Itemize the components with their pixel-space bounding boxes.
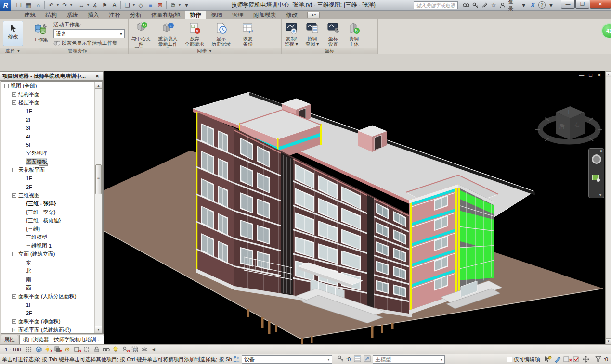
tree-item-label[interactable]: 三维视图 [18, 192, 39, 199]
status-workset-dropdown[interactable]: 设备 ▼ [242, 355, 332, 364]
tree-item-label[interactable]: 2F [26, 310, 32, 316]
ribbon-tab-建筑[interactable]: 建筑 [19, 11, 40, 19]
tree-item-label[interactable]: 天花板平面 [18, 166, 45, 174]
text-icon[interactable]: A [109, 1, 119, 10]
revit-application-menu[interactable]: R [0, 0, 11, 11]
tree-item-label[interactable]: {三维 - 张洋} [26, 200, 56, 207]
filter-icon[interactable] [595, 355, 603, 363]
ribbon-tab-体量和场地[interactable]: 体量和场地 [146, 11, 185, 19]
editing-requests-icon[interactable] [544, 355, 552, 363]
help-search-input[interactable]: 键入关键字或短语 [414, 1, 458, 9]
tag-by-category-icon[interactable]: ⚑ [100, 1, 109, 10]
tree-item-5F[interactable]: 5F [1, 141, 95, 150]
tree-item-1F[interactable]: 1F [1, 175, 95, 183]
tree-item-label[interactable]: 4F [26, 134, 32, 139]
window-close-button[interactable]: ✕ [590, 0, 611, 9]
panel-tab-project-browser[interactable]: 项目浏览器 - 技师学院机电培训... [19, 335, 104, 344]
close-hidden-windows-icon[interactable]: ⊠ [155, 1, 165, 10]
tree-item-label[interactable]: 1F [26, 302, 32, 308]
tree-item-label[interactable]: {三维 - 李朵} [26, 209, 55, 216]
worksharing-display-icon[interactable]: ✕ [121, 346, 130, 353]
expand-icon[interactable]: + [12, 328, 16, 332]
tree-item-面积平面 (总建筑面积)[interactable]: +面积平面 (总建筑面积) [1, 326, 95, 334]
design-options-icon[interactable] [364, 355, 372, 363]
viewcube[interactable]: 上 后 右 [534, 98, 602, 155]
editing-requests-icon[interactable] [337, 355, 346, 363]
tree-item-三维模型[interactable]: 三维模型 [1, 233, 95, 242]
collapse-left-icon[interactable]: ◀ [152, 347, 155, 351]
view-minimize-button[interactable]: — [579, 72, 584, 78]
undo-dropdown[interactable]: ▼ [56, 3, 60, 7]
tree-item-label[interactable]: 北 [26, 267, 31, 275]
open-icon[interactable]: ❒ [14, 1, 24, 10]
ribbon-collapse-button[interactable]: ▲▾ [307, 12, 320, 18]
redo-dropdown[interactable]: ▼ [69, 3, 73, 7]
measure-dropdown[interactable]: ▼ [86, 3, 90, 7]
active-workset-dropdown[interactable]: 设备 ▼ [53, 29, 125, 38]
ribbon-tab-分析[interactable]: 分析 [125, 11, 146, 19]
visual-style-icon[interactable] [35, 346, 43, 353]
worksets-status-icon[interactable] [553, 355, 562, 363]
close-icon[interactable]: ✕ [599, 149, 603, 153]
view-scale[interactable]: 1 : 100 [5, 347, 21, 352]
tree-item-视图 (全部)[interactable]: −视图 (全部) [1, 82, 95, 90]
crop-view-icon[interactable]: ✕ [73, 346, 82, 353]
tree-item-西[interactable]: 西 [1, 284, 95, 292]
default-3d-view-dropdown[interactable]: ▼ [132, 3, 136, 7]
window-restore-button[interactable]: ❐ [575, 0, 589, 9]
tree-item-屋面楼板[interactable]: 屋面楼板 [1, 158, 95, 166]
tree-item-{三维 - 李朵}[interactable]: {三维 - 李朵} [1, 208, 95, 217]
重新载入最新工作集-button[interactable]: ↓ 重新载入最新工作集 [156, 20, 180, 47]
show-crop-icon[interactable] [83, 346, 91, 353]
tree-item-3F[interactable]: 3F [1, 124, 95, 133]
communication-center-icon[interactable] [480, 1, 489, 10]
tree-item-三维视图 1[interactable]: 三维视图 1 [1, 242, 95, 251]
sync-with-central-icon[interactable]: ⌂ [33, 1, 43, 10]
tree-item-label[interactable]: 面积平面 (人防分区面积) [18, 293, 76, 300]
reveal-hidden-icon[interactable] [112, 346, 120, 353]
save-icon[interactable]: ▦ [24, 1, 33, 10]
tree-item-label[interactable]: {三维 - 杨雨迪} [26, 217, 61, 224]
expand-icon[interactable]: + [12, 92, 16, 97]
select-move-icon[interactable] [582, 355, 591, 363]
subscription-key-icon[interactable] [471, 1, 480, 10]
ribbon-tab-结构[interactable]: 结构 [40, 11, 62, 19]
chevron-down-icon[interactable]: ▼ [598, 193, 602, 197]
section-icon[interactable]: ◇ [136, 1, 145, 10]
tree-item-{三维 - 张洋}[interactable]: {三维 - 张洋} [1, 200, 95, 208]
tree-item-label[interactable]: 结构平面 [18, 91, 39, 98]
tree-item-label[interactable]: {三维} [26, 226, 40, 233]
tree-item-楼层平面[interactable]: −楼层平面 [1, 99, 95, 107]
tree-item-label[interactable]: 面积平面 (净面积) [18, 318, 60, 325]
复制/监视-button[interactable]: 复制/监视 ▾ [282, 20, 300, 47]
checkbox-icon[interactable] [507, 357, 512, 362]
与中心文件同步-button[interactable]: ↻ 与中心文件同步 ▾ [129, 20, 153, 47]
tree-item-label[interactable]: 南 [26, 276, 31, 283]
scroll-down-icon[interactable]: ▼ [606, 338, 611, 344]
switch-windows-icon[interactable]: ⧉ [168, 1, 178, 10]
tree-item-label[interactable]: 2F [26, 184, 32, 190]
tree-item-label[interactable]: 1F [26, 108, 32, 114]
synchronize-panel-label[interactable]: 同步 ▼ [129, 48, 281, 54]
exchange-apps-icon[interactable]: X [528, 1, 537, 10]
editable-toggle-icon[interactable] [572, 355, 581, 363]
design-option-dropdown[interactable]: 主模型 ▼ [373, 355, 445, 364]
scroll-up-icon[interactable]: ▲ [606, 71, 611, 77]
恢复备份-button[interactable]: ↩ 恢复备份 [236, 20, 260, 47]
tree-item-4F[interactable]: 4F [1, 132, 95, 141]
tree-item-2F[interactable]: 2F [1, 309, 95, 318]
ribbon-tab-协作[interactable]: 协作 [185, 11, 206, 19]
tree-item-2F[interactable]: 2F [1, 183, 95, 191]
ribbon-tab-管理[interactable]: 管理 [227, 11, 248, 19]
tree-item-label[interactable]: 5F [26, 142, 32, 148]
search-icon[interactable] [462, 1, 471, 10]
tree-item-label[interactable]: 2F [26, 117, 32, 123]
shadows-icon[interactable]: ✕ [54, 346, 63, 353]
ribbon-tab-视图[interactable]: 视图 [206, 11, 227, 19]
sign-in-icon[interactable] [498, 1, 507, 10]
collapse-icon[interactable]: − [4, 84, 9, 88]
modify-button[interactable]: 修改 [3, 21, 23, 46]
temporary-hide-isolate-icon[interactable] [102, 346, 111, 353]
detail-level-icon[interactable] [25, 346, 34, 353]
drawing-area[interactable]: 上 后 右 ✕ ▼ — □ ✕ [104, 71, 605, 344]
